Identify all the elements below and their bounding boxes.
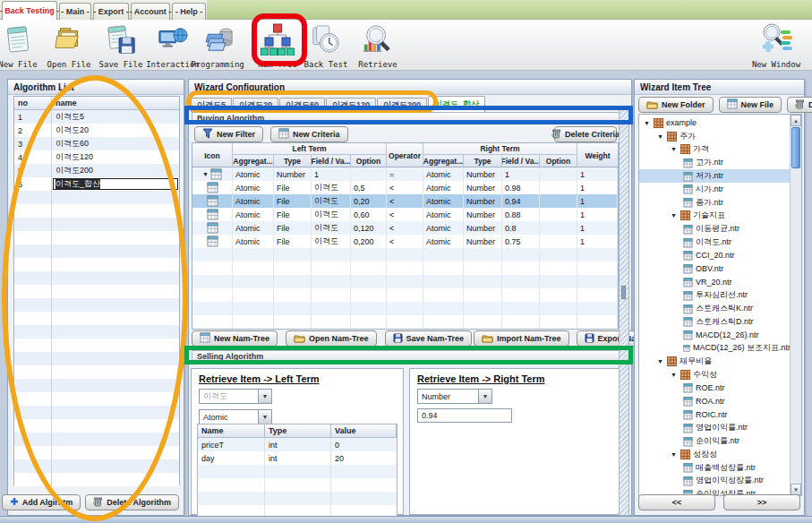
new-folder-button[interactable]: New Folder: [638, 97, 714, 113]
criteria-row[interactable]: [192, 315, 618, 329]
tree-file-node[interactable]: 영업이익성장률.ntr: [639, 475, 791, 488]
criteria-row[interactable]: AtomicFile이격도0,200<AtomicNumber0.751: [192, 235, 618, 248]
tree-file-node[interactable]: 영업이익률.ntr: [639, 421, 791, 434]
criteria-row[interactable]: [192, 302, 618, 315]
param-row[interactable]: [198, 492, 397, 505]
tree-file-node[interactable]: 종가.ntr: [639, 196, 791, 210]
criteria-row[interactable]: ▼AtomicNumber1=AtomicNumber11: [192, 167, 618, 181]
new-filter-button[interactable]: New Filter: [194, 126, 263, 142]
criteria-row[interactable]: [192, 275, 618, 288]
tab-igeokdo-hapsan[interactable]: 이격도_합산: [428, 96, 485, 112]
tree-folder-node[interactable]: ▼성장성: [639, 448, 791, 461]
criteria-row[interactable]: [192, 262, 618, 275]
tree-folder-node[interactable]: ▼수익성: [639, 368, 791, 382]
tree-file-node[interactable]: ROE.ntr: [639, 382, 791, 395]
tree-folder-node[interactable]: ▼재무비율: [639, 355, 791, 368]
tree-folder-node[interactable]: ▼주가: [639, 130, 791, 143]
new-file-tree-button[interactable]: New File: [719, 97, 782, 113]
expander-icon[interactable]: ▼: [202, 171, 209, 177]
algorithm-row[interactable]: [14, 459, 179, 473]
left-term-field-combo[interactable]: 이격도 ▼: [199, 389, 272, 404]
tab-igeokdo60[interactable]: 이격도60: [279, 98, 325, 112]
right-term-value-input[interactable]: 0.94: [417, 408, 512, 423]
tree-file-node[interactable]: 시가.ntr: [639, 183, 791, 196]
back-test-button[interactable]: Back Test: [297, 21, 355, 69]
param-row[interactable]: [198, 465, 397, 478]
delete-algorithm-button[interactable]: Delete Algorithm: [85, 494, 179, 510]
menu-tab-account[interactable]: - Account -: [131, 3, 170, 20]
tree-file-node[interactable]: 이격도.ntr: [639, 236, 791, 249]
algorithm-row[interactable]: [14, 379, 179, 392]
import-nam-tree-button[interactable]: Import Nam-Tree: [474, 330, 569, 347]
tree-file-node[interactable]: 순이익률.ntr: [639, 434, 791, 448]
criteria-row[interactable]: AtomicFile이격도0,60<AtomicNumber0.881: [192, 208, 618, 221]
left-term-aggregation-combo[interactable]: Atomic ▼: [199, 409, 272, 424]
tree-file-node[interactable]: 저가.ntr: [639, 169, 791, 183]
chevron-down-icon[interactable]: ▼: [258, 390, 271, 403]
page-next-button[interactable]: >>: [723, 494, 800, 510]
tree-file-node[interactable]: 매출액성장률.ntr: [639, 461, 791, 475]
add-algorithm-button[interactable]: Add Algirhtm: [2, 494, 81, 510]
save-file-button[interactable]: Save File: [92, 21, 150, 69]
algorithm-name-edit-input[interactable]: 이격도_합산: [53, 178, 178, 190]
expand-arrow-icon[interactable]: ▼: [656, 358, 664, 364]
tab-igeokdo120[interactable]: 이격도120: [326, 98, 376, 112]
save-nam-tree-button[interactable]: Save Nam-Tree: [385, 330, 473, 347]
new-criteria-button[interactable]: New Criteria: [270, 126, 348, 142]
algorithm-row[interactable]: 3이격도60: [14, 137, 179, 150]
page-prev-button[interactable]: <<: [638, 494, 715, 510]
split-pane-divider[interactable]: [619, 109, 629, 516]
algorithm-row[interactable]: [14, 352, 179, 365]
tree-file-node[interactable]: 고가.ntr: [639, 156, 791, 169]
criteria-row[interactable]: [192, 288, 618, 302]
algorithm-row[interactable]: [14, 365, 179, 379]
algorithm-row[interactable]: 2이격도20: [14, 124, 179, 137]
chevron-down-icon[interactable]: ▼: [258, 410, 271, 424]
expand-arrow-icon[interactable]: ▼: [670, 212, 678, 219]
algorithm-row[interactable]: [14, 419, 179, 433]
tree-scrollbar[interactable]: ▲ ▼: [790, 115, 801, 495]
algorithm-row[interactable]: [14, 204, 179, 218]
algorithm-row[interactable]: [14, 312, 179, 325]
retrieve-button[interactable]: Retrieve: [349, 21, 406, 69]
expand-arrow-icon[interactable]: ▼: [656, 133, 664, 140]
algorithm-row[interactable]: [14, 446, 179, 459]
criteria-row[interactable]: AtomicFile이격도0,20<AtomicNumber0.941: [192, 194, 618, 208]
algorithm-row[interactable]: [14, 433, 179, 446]
menu-tab-back-testing[interactable]: - Back Testing -: [2, 1, 57, 20]
selling-algorithm-header[interactable]: Selling Algorithm: [192, 350, 628, 363]
tab-igeokdo200[interactable]: 이격도200: [377, 98, 427, 112]
tree-file-node[interactable]: ROIC.ntr: [639, 408, 791, 422]
algorithm-row[interactable]: 5이격도200: [14, 164, 179, 177]
tree-file-node[interactable]: 스토캐스틱D.ntr: [639, 315, 791, 329]
tree-file-node[interactable]: MACD(12_26) 보조지표.ntr: [639, 342, 791, 356]
expand-arrow-icon[interactable]: ▼: [670, 372, 678, 378]
delete-item-button[interactable]: Delete: [787, 97, 812, 113]
algorithm-row[interactable]: [14, 218, 179, 231]
menu-tab-help[interactable]: - Help -: [172, 3, 206, 20]
algorithm-row[interactable]: [14, 271, 179, 285]
tree-file-node[interactable]: ROA.ntr: [639, 395, 791, 408]
open-nam-tree-button[interactable]: Open Nam-Tree: [286, 330, 377, 347]
programming-button[interactable]: Programming: [189, 21, 246, 69]
tree-file-node[interactable]: 이동평균.ntr: [639, 222, 791, 236]
divider-grip[interactable]: [621, 286, 626, 299]
algorithm-row[interactable]: 6이격도_합산: [14, 177, 179, 191]
algorithm-row[interactable]: [14, 298, 179, 312]
scroll-up-icon[interactable]: ▲: [791, 115, 801, 126]
tab-igeokdo5[interactable]: 이격도5: [191, 98, 232, 112]
chevron-down-icon[interactable]: ▼: [478, 390, 491, 403]
tree-folder-node[interactable]: ▼가격: [639, 143, 791, 157]
expand-arrow-icon[interactable]: ▼: [643, 120, 651, 126]
right-term-type-combo[interactable]: Number ▼: [417, 389, 492, 404]
menu-tab-main[interactable]: - Main -: [59, 3, 91, 20]
algorithm-row[interactable]: [14, 406, 179, 419]
delete-criteria-button[interactable]: Delete Criteria: [554, 126, 617, 142]
algorithm-row[interactable]: [14, 231, 179, 244]
criteria-row[interactable]: [192, 248, 618, 262]
algorithm-row[interactable]: [14, 473, 179, 486]
algorithm-row[interactable]: [14, 325, 179, 339]
param-row[interactable]: [198, 478, 397, 492]
algorithm-row[interactable]: 4이격도120: [14, 150, 179, 164]
tree-folder-node[interactable]: ▼example: [639, 116, 791, 130]
